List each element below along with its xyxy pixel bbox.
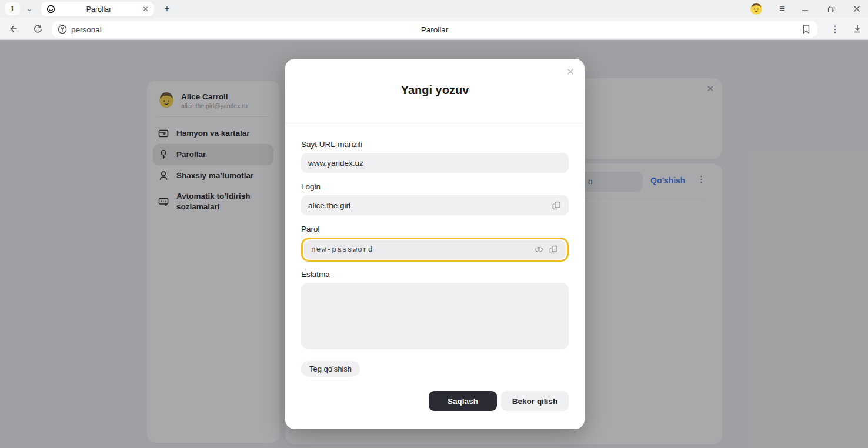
dialog-body: Sayt URL-manzili www.yandex.uz Login ali…	[285, 123, 585, 411]
password-highlight-box: new-password	[301, 238, 569, 262]
login-input[interactable]: alice.the.girl	[301, 195, 569, 215]
navigation-toolbar: personal Parollar ⋮	[0, 18, 868, 40]
note-field-label: Eslatma	[301, 270, 569, 279]
browser-menu-button[interactable]: ≡	[772, 0, 792, 18]
bookmark-icon[interactable]	[802, 24, 813, 35]
login-field-label: Login	[301, 182, 569, 191]
back-arrow-icon	[8, 24, 18, 34]
back-button[interactable]	[5, 21, 21, 37]
yandex-protect-icon	[58, 25, 67, 34]
tab-title: Parollar	[59, 5, 139, 14]
tab-bar: 1 ⌄ Parollar ✕ + ≡	[0, 0, 868, 18]
chevron-down-icon: ⌄	[26, 5, 32, 13]
tab-list-chevron-button[interactable]: ⌄	[22, 2, 36, 15]
eye-icon[interactable]	[534, 245, 544, 255]
cancel-button[interactable]: Bekor qilish	[501, 391, 569, 411]
hamburger-menu-icon: ≡	[779, 4, 784, 14]
active-tab[interactable]: Parollar ✕	[41, 2, 154, 16]
new-entry-dialog: ✕ Yangi yozuv Sayt URL-manzili www.yande…	[285, 59, 585, 429]
reload-button[interactable]	[29, 21, 46, 37]
save-button[interactable]: Saqlash	[429, 391, 497, 411]
downloads-button[interactable]	[849, 21, 866, 37]
password-input[interactable]: new-password	[304, 240, 566, 259]
note-textarea[interactable]	[301, 283, 569, 349]
login-input-value: alice.the.girl	[308, 201, 547, 210]
kebab-icon: ⋮	[830, 24, 840, 35]
password-input-value: new-password	[311, 245, 529, 254]
close-icon	[853, 5, 860, 12]
address-bar[interactable]: personal Parollar	[52, 21, 817, 38]
new-tab-button[interactable]: +	[159, 2, 175, 16]
tab-favicon-smiley-icon	[46, 5, 55, 14]
url-input[interactable]: www.yandex.uz	[301, 153, 569, 173]
page-title: Parollar	[52, 21, 817, 38]
copy-icon[interactable]	[552, 200, 562, 210]
url-field-label: Sayt URL-manzili	[301, 140, 569, 149]
download-icon	[853, 24, 862, 34]
tab-close-icon[interactable]: ✕	[142, 5, 149, 13]
minimize-icon	[802, 5, 809, 12]
window-minimize-button[interactable]	[795, 0, 815, 18]
dialog-header: Yangi yozuv	[285, 59, 585, 123]
copy-icon[interactable]	[549, 245, 559, 255]
profile-avatar[interactable]	[750, 3, 762, 15]
site-chip-label: personal	[71, 25, 102, 34]
dialog-close-icon[interactable]: ✕	[564, 65, 577, 78]
password-field-label: Parol	[301, 225, 569, 233]
window-restore-button[interactable]	[821, 0, 841, 18]
add-tag-button[interactable]: Teg qo’shish	[301, 361, 360, 377]
tab-count-button[interactable]: 1	[5, 2, 20, 15]
dialog-footer: Saqlash Bekor qilish	[301, 391, 569, 411]
dialog-title: Yangi yozuv	[401, 83, 469, 97]
toolbar-more-button[interactable]: ⋮	[827, 21, 843, 37]
site-identity-chip[interactable]: personal	[58, 21, 102, 38]
window-close-button[interactable]	[847, 0, 867, 18]
browser-window: 1 ⌄ Parollar ✕ + ≡	[0, 0, 868, 448]
restore-icon	[827, 5, 835, 13]
plus-icon: +	[164, 3, 170, 15]
reload-icon	[33, 24, 43, 34]
url-input-value: www.yandex.uz	[308, 159, 562, 168]
